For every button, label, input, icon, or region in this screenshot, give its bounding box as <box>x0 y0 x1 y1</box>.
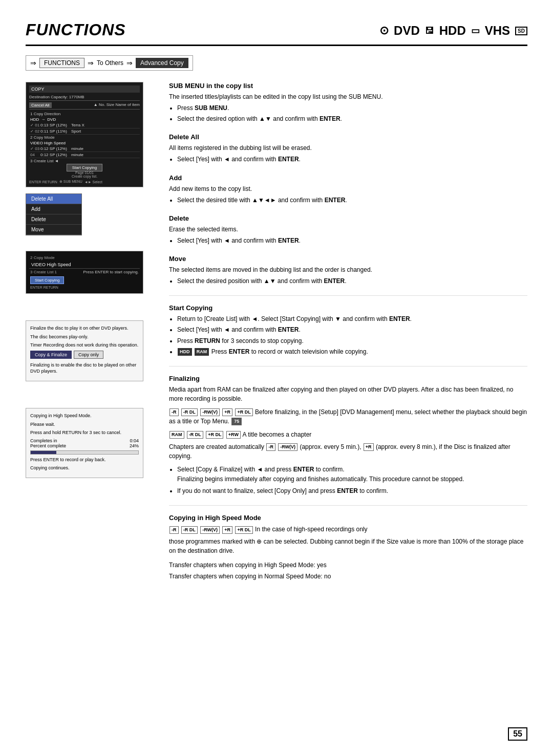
rplusdl-badge-hs: +R DL <box>235 526 252 534</box>
rwplus-badge: +RW <box>226 431 241 439</box>
cancel-all-btn[interactable]: Cancel All <box>29 102 52 108</box>
move-intro: The selected items are moved in the dubb… <box>169 265 527 274</box>
hdd-icon-small: HDD <box>30 117 39 122</box>
create-list-label2: 3 Create List 1 <box>30 270 57 274</box>
rplus-badge3: +R <box>364 443 374 451</box>
enter-label: ENTER RETURN <box>29 180 57 184</box>
copy-title: COPY <box>29 85 140 93</box>
breadcrumb-arrow2: ⇒ <box>126 59 133 67</box>
highspeed-percent: Percent complete 24% <box>30 443 139 448</box>
start-copying-bullet-4: HDD RAM Press ENTER to record or watch t… <box>177 347 527 357</box>
start-copying-btn2[interactable]: Start Copying <box>30 277 139 283</box>
section-move: Move The selected items are moved in the… <box>169 255 527 286</box>
percent-val: 24% <box>130 443 139 448</box>
section-start-copying: Start Copying Return to [Create List] wi… <box>169 304 527 357</box>
finalize-line3: Timer Recording does not work during thi… <box>30 342 139 349</box>
copy-mode-screen: 2 Copy Mode VIDEO High Speed 3 Create Li… <box>26 251 143 294</box>
menu-overlay: Delete All Add Delete Move <box>26 193 82 235</box>
copy-row-2: ✓ 02 0:11 SP (11%) Sport <box>29 128 140 135</box>
start-copying-bullet-1: Return to [Create List] with ◄. Select [… <box>177 314 527 324</box>
page-header: FUNCTIONS ⊙ DVD 🖫 HDD ▭ VHS SD <box>26 20 527 46</box>
highspeed-line3: Press and hold RETURN for 3 sec to cance… <box>30 429 139 436</box>
ram-badge: RAM <box>195 348 209 356</box>
start-copying-title: Start Copying <box>169 304 527 312</box>
finalizing-intro: Media apart from RAM can be finalized af… <box>169 385 527 403</box>
r-badge-hs: -R <box>169 526 179 534</box>
menu-move[interactable]: Move <box>26 225 81 235</box>
rdl-badge: -R DL <box>181 408 198 416</box>
sub-menu-list: Press SUB MENU. Select the desired optio… <box>177 103 527 124</box>
right-column: SUB MENU in the copy list The inserted t… <box>169 82 527 590</box>
start-copying-list: Return to [Create List] with ◄. Select [… <box>177 314 527 357</box>
copy-row-3: ✓ 03 0:12 SP (12%) minute <box>29 146 140 152</box>
select-label: ◄► Select <box>84 180 102 184</box>
copy-row-1: ✓ 01 0:13 SP (12%) Terra X <box>29 122 140 128</box>
menu-add[interactable]: Add <box>26 204 81 214</box>
delete-intro: Erase the selected items. <box>169 225 527 234</box>
add-list: Select the desired title with ▲▼◄► and c… <box>177 196 527 205</box>
sub-menu-title: SUB MENU in the copy list <box>169 82 527 90</box>
copy-finalize-btn[interactable]: Copy & Finalize <box>30 351 72 359</box>
create-list-row: 3 Create List ◄ <box>29 158 140 164</box>
highspeed-line4: Press ENTER to record or play back. <box>30 457 139 463</box>
delete-all-list: Select [Yes] with ◄ and confirm with ENT… <box>177 155 527 164</box>
create-list-row2: 3 Create List 1 Press ENTER to start cop… <box>29 269 140 275</box>
delete-all-bullet-1: Select [Yes] with ◄ and confirm with ENT… <box>177 155 527 164</box>
breadcrumb-others: To Others <box>97 59 123 67</box>
spacer3 <box>26 387 154 408</box>
dvd-label: DVD <box>394 24 420 38</box>
menu-delete[interactable]: Delete <box>26 214 81 225</box>
section-add: Add Add new items to the copy list. Sele… <box>169 174 527 205</box>
divider1 <box>169 295 527 296</box>
rplusdl-badge: +R DL <box>235 408 252 416</box>
copy-only-btn[interactable]: Copy only <box>74 351 103 359</box>
high-speed-intro: those programmes marked with ⊕ can be se… <box>169 537 527 555</box>
start-copying-bullet-2: Select [Yes] with ◄ and confirm with ENT… <box>177 325 527 335</box>
breadcrumb-functions-icon: ⇒ <box>30 59 36 67</box>
copy-screen-header: Destination Capacity: 1770MB <box>29 95 140 101</box>
finalize-screen: Finalize the disc to play it on other DV… <box>26 320 143 381</box>
sub-menu-intro: The inserted titles/playlists can be edi… <box>169 92 527 101</box>
highspeed-completes: Completes in 0:04 <box>30 438 139 443</box>
rwv-badge: -RW(V) <box>200 408 220 416</box>
finalize-line4: Finalizing is to enable the disc to be p… <box>30 362 139 375</box>
dvd-icon-small: DVD <box>47 117 56 122</box>
spacer1 <box>26 235 154 251</box>
breadcrumb: ⇒ FUNCTIONS ⇒ To Others ⇒ Advanced Copy <box>26 55 193 71</box>
high-speed-title: Copying in High Speed Mode <box>169 514 527 522</box>
cassette-icon: 🖫 <box>425 26 434 36</box>
finalize-line2: The disc becomes play-only. <box>30 334 139 340</box>
menu-delete-all[interactable]: Delete All <box>26 194 81 204</box>
copy-mode-value2: VIDEO High Speed <box>29 261 140 269</box>
rdl-badge2: -R DL <box>187 431 203 439</box>
enter-return-label: ENTER RETURN <box>29 285 140 290</box>
rplus-badge-hs: +R <box>222 526 232 534</box>
sub-menu-bullet-2: Select the desired option with ▲▼ and co… <box>177 114 527 124</box>
percent-label: Percent complete <box>30 443 66 448</box>
page-title: FUNCTIONS <box>26 20 126 39</box>
highspeed-line1: Copying in High Speed Mode. <box>30 413 139 419</box>
page: FUNCTIONS ⊙ DVD 🖫 HDD ▭ VHS SD ⇒ FUNCTIO… <box>0 0 553 756</box>
finalizing-bullet-2: If you do not want to finalize, select [… <box>177 486 527 496</box>
start-copying-btn[interactable]: Start Copying <box>29 165 140 170</box>
arrow-icon: → <box>41 117 45 122</box>
screen-footer: ENTER RETURN ⊕ SUB MENU ◄► Select <box>29 180 140 184</box>
copy-direction-val-row: HDD → DVD <box>29 117 140 122</box>
finalizing-bullet-1: Select [Copy & Finalize] with ◄ and pres… <box>177 465 527 484</box>
spacer2 <box>26 300 154 320</box>
finalizing-title: Finalizing <box>169 375 527 382</box>
add-bullet-1: Select the desired title with ▲▼◄► and c… <box>177 196 527 205</box>
completes-val: 0:04 <box>130 438 139 443</box>
left-column: COPY Destination Capacity: 1770MB Cancel… <box>26 82 154 590</box>
size-info: ▲ No. Size Name of item <box>94 102 140 108</box>
disc-icon: ⊙ <box>379 24 389 37</box>
rplusdl-badge2: +R DL <box>206 431 223 439</box>
transfer-line1: Transfer chapters when copying in High S… <box>169 560 527 570</box>
ram-badge2: RAM <box>169 431 184 439</box>
vhs-icon: ▭ <box>471 25 480 36</box>
copy-size-header: Cancel All ▲ No. Size Name of item <box>29 102 140 110</box>
start-copying-label: Start Copying <box>67 164 102 171</box>
start-copying-label2: Start Copying <box>30 276 64 284</box>
hdd-label: HDD <box>439 24 466 38</box>
vhs-label: VHS <box>485 24 510 38</box>
